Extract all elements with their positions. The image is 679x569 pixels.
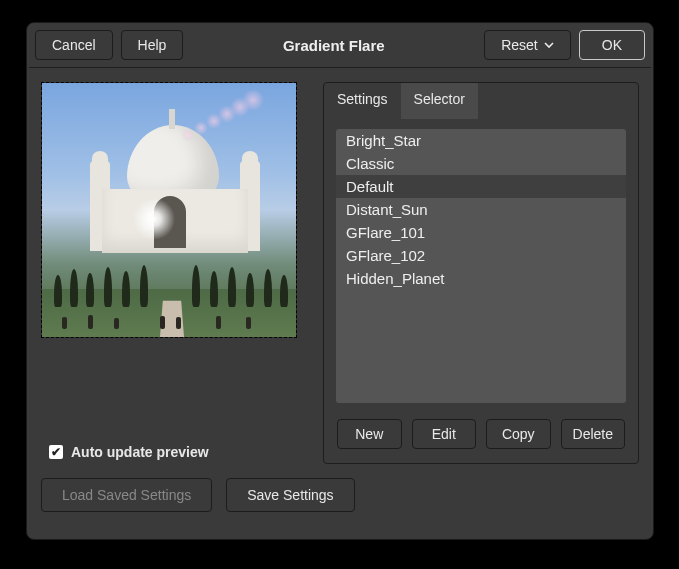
tabs: Settings Selector xyxy=(324,83,638,119)
list-item[interactable]: GFlare_102 xyxy=(336,244,626,267)
list-item[interactable]: GFlare_101 xyxy=(336,221,626,244)
help-button[interactable]: Help xyxy=(121,30,184,60)
copy-button[interactable]: Copy xyxy=(486,419,551,449)
flare-buttons: New Edit Copy Delete xyxy=(324,409,638,463)
reset-label: Reset xyxy=(501,37,538,53)
list-item[interactable]: Distant_Sun xyxy=(336,198,626,221)
reset-button[interactable]: Reset xyxy=(484,30,571,60)
new-button[interactable]: New xyxy=(337,419,402,449)
dialog-body: ✔ Auto update preview Settings Selector … xyxy=(27,68,653,478)
load-settings-button[interactable]: Load Saved Settings xyxy=(41,478,212,512)
gradient-flare-dialog: Cancel Help Gradient Flare Reset OK xyxy=(26,22,654,540)
auto-update-checkbox[interactable]: ✔ Auto update preview xyxy=(41,444,309,460)
list-item[interactable]: Default xyxy=(336,175,626,198)
flare-list-wrap: Bright_StarClassicDefaultDistant_SunGFla… xyxy=(324,119,638,409)
titlebar: Cancel Help Gradient Flare Reset OK xyxy=(27,23,653,67)
preview-image[interactable] xyxy=(41,82,297,338)
delete-button[interactable]: Delete xyxy=(561,419,626,449)
chevron-down-icon xyxy=(544,40,554,50)
check-icon: ✔ xyxy=(49,445,63,459)
ok-button[interactable]: OK xyxy=(579,30,645,60)
tab-selector[interactable]: Selector xyxy=(401,83,478,119)
footer: Load Saved Settings Save Settings xyxy=(27,478,653,526)
selector-panel: Settings Selector Bright_StarClassicDefa… xyxy=(323,82,639,464)
dialog-title: Gradient Flare xyxy=(191,37,476,54)
edit-button[interactable]: Edit xyxy=(412,419,477,449)
auto-update-label: Auto update preview xyxy=(71,444,209,460)
preview-column: ✔ Auto update preview xyxy=(41,82,309,464)
list-item[interactable]: Hidden_Planet xyxy=(336,267,626,290)
list-item[interactable]: Classic xyxy=(336,152,626,175)
flare-trail xyxy=(162,89,262,145)
flare-list[interactable]: Bright_StarClassicDefaultDistant_SunGFla… xyxy=(336,129,626,403)
tab-settings[interactable]: Settings xyxy=(324,83,401,119)
save-settings-button[interactable]: Save Settings xyxy=(226,478,354,512)
list-item[interactable]: Bright_Star xyxy=(336,129,626,152)
cancel-button[interactable]: Cancel xyxy=(35,30,113,60)
